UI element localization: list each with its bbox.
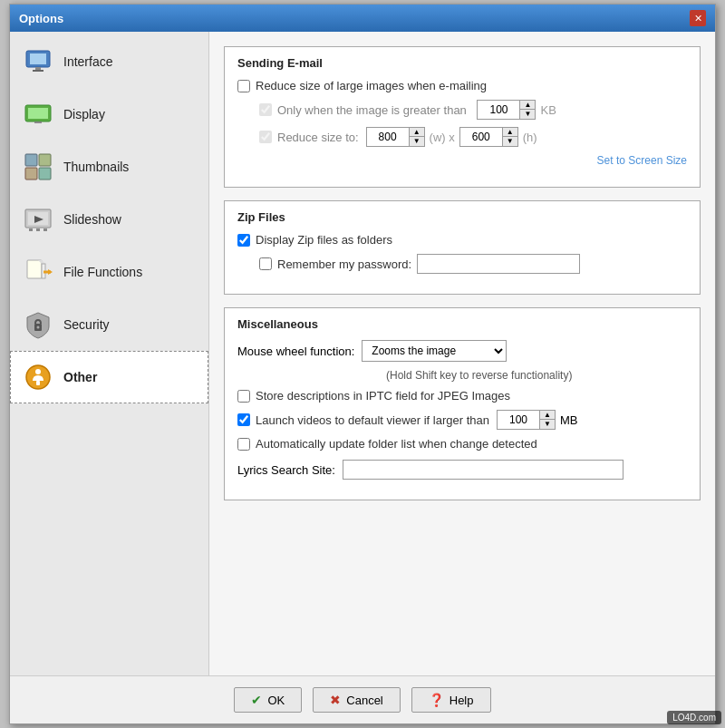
only-when-up[interactable]: ▲ [520,101,535,110]
svg-rect-16 [44,228,47,231]
launch-videos-input[interactable] [498,412,539,428]
display-icon [22,98,54,131]
options-dialog: Options ✕ Interface [9,4,716,724]
launch-videos-up[interactable]: ▲ [540,411,555,420]
title-bar: Options ✕ [10,5,715,32]
sidebar-item-interface[interactable]: Interface [10,35,208,88]
height-input[interactable] [460,129,502,145]
reduce-to-checkbox [259,131,272,143]
slideshow-icon [22,203,54,236]
svg-rect-14 [29,228,33,231]
launch-videos-checkbox[interactable] [237,413,250,426]
svg-rect-17 [27,260,42,278]
svg-rect-1 [30,53,46,64]
store-iptc-row: Store descriptions in IPTC field for JPE… [237,389,687,403]
width-input[interactable] [367,129,409,145]
zip-files-section: Zip Files Display Zip files as folders R… [224,200,701,295]
launch-videos-label: Launch videos to default viewer if large… [237,413,489,427]
mouse-wheel-row: Mouse wheel function: Zooms the image Sc… [237,340,687,362]
mouse-wheel-dropdown[interactable]: Zooms the image Scrolls the image Change… [362,340,507,362]
set-screen-size-link[interactable]: Set to Screen Size [597,154,687,167]
password-input[interactable] [417,254,580,274]
sidebar-label-interface: Interface [63,54,112,69]
width-down[interactable]: ▼ [410,137,424,146]
only-when-down[interactable]: ▼ [520,110,535,119]
width-up[interactable]: ▲ [410,128,424,137]
sidebar-label-display: Display [63,107,105,121]
svg-rect-2 [35,67,41,70]
svg-rect-8 [39,154,51,166]
sidebar-label-thumbnails: Thumbnails [63,160,129,174]
display-zip-checkbox[interactable] [237,234,250,247]
store-iptc-label: Store descriptions in IPTC field for JPE… [237,389,510,403]
cancel-icon: ✖ [330,693,341,707]
help-label: Help [450,694,474,707]
miscellaneous-section: Miscellaneous Mouse wheel function: Zoom… [224,307,701,500]
zip-files-title: Zip Files [237,210,687,224]
miscellaneous-title: Miscellaneous [237,317,687,331]
lyrics-input[interactable] [343,460,624,480]
sidebar-item-file-functions[interactable]: File Functions [10,246,208,298]
sending-email-section: Sending E-mail Reduce size of large imag… [224,46,701,188]
lyrics-row: Lyrics Search Site: [237,460,687,480]
ok-icon: ✔ [251,693,262,707]
only-when-input[interactable] [478,102,519,118]
security-icon [22,308,54,341]
sidebar-label-security: Security [63,317,110,332]
reduce-to-label: Reduce size to: [259,131,359,144]
launch-videos-row: Launch videos to default viewer if large… [237,410,687,430]
reduce-large-row: Reduce size of large images when e-maili… [237,79,687,92]
sidebar-item-thumbnails[interactable]: Thumbnails [10,141,208,193]
sidebar-item-security[interactable]: Security [10,298,208,351]
remember-pwd-row: Remember my password: [259,254,687,274]
main-content: Sending E-mail Reduce size of large imag… [209,32,715,675]
only-when-checkbox [259,103,272,116]
thumbnails-icon [22,150,54,183]
height-down[interactable]: ▼ [503,137,517,146]
help-button[interactable]: ❓ Help [411,687,491,713]
dialog-footer: ✔ OK ✖ Cancel ❓ Help [10,675,715,723]
reduce-large-checkbox[interactable] [237,80,250,92]
watermark: LO4D.com [667,711,721,724]
other-icon [22,361,54,393]
reduce-to-row: Reduce size to: ▲ ▼ (w) x ▲ [259,127,687,147]
display-zip-row: Display Zip files as folders [237,233,687,247]
hold-shift-row: (Hold Shift key to reverse functionality… [382,369,687,382]
sidebar-item-display[interactable]: Display [10,88,208,141]
remember-pwd-label: Remember my password: [259,257,411,271]
sidebar-item-slideshow[interactable]: Slideshow [10,193,208,246]
sidebar-label-other: Other [63,370,97,384]
svg-rect-7 [25,154,37,166]
only-when-row: Only when the image is greater than ▲ ▼ … [259,100,687,120]
sidebar-label-slideshow: Slideshow [63,212,121,227]
sidebar-label-file-functions: File Functions [63,265,142,279]
close-button[interactable]: ✕ [690,10,706,26]
file-functions-icon [22,256,54,288]
ok-button[interactable]: ✔ OK [234,687,302,713]
remember-pwd-checkbox[interactable] [259,257,272,270]
svg-rect-9 [25,168,37,180]
launch-videos-down[interactable]: ▼ [540,420,555,429]
svg-rect-10 [39,168,51,180]
sending-email-title: Sending E-mail [237,56,687,70]
svg-point-22 [37,326,40,329]
width-spinbox: ▲ ▼ [366,127,425,147]
height-spinbox: ▲ ▼ [459,127,518,147]
reduce-large-label: Reduce size of large images when e-maili… [237,79,487,92]
height-up[interactable]: ▲ [503,128,517,137]
width-unit: (w) x [430,131,455,144]
svg-marker-20 [48,269,53,275]
svg-rect-5 [28,108,48,119]
store-iptc-checkbox[interactable] [237,390,250,403]
ok-label: OK [267,694,285,707]
lyrics-label: Lyrics Search Site: [237,463,335,477]
cancel-button[interactable]: ✖ Cancel [313,687,400,713]
only-when-label: Only when the image is greater than [259,103,467,117]
set-screen-size-row: Set to Screen Size [237,154,687,167]
sidebar-item-other[interactable]: Other [10,351,208,403]
svg-rect-25 [36,381,40,385]
help-icon: ❓ [429,693,444,707]
launch-videos-spinbox: ▲ ▼ [497,410,556,430]
dialog-body: Interface Display [10,32,715,675]
auto-update-checkbox[interactable] [237,438,250,451]
